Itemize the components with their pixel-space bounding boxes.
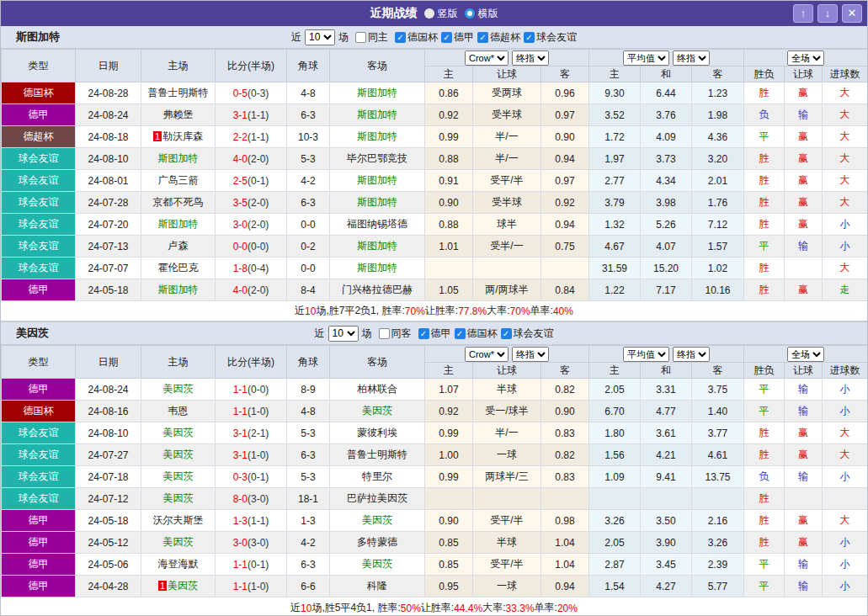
away-team: 蒙彼利埃: [357, 427, 397, 438]
match-date: 24-08-16: [76, 401, 141, 422]
league-badge: 德国杯: [2, 401, 76, 422]
corner-score: 0-0: [287, 214, 330, 236]
result-handicap: 赢: [785, 126, 823, 148]
home-team: 海登海默: [158, 558, 199, 570]
scroll-down-button[interactable]: ↓: [817, 4, 838, 23]
avg-time-select[interactable]: 终指: [673, 347, 710, 362]
same-venue-label: 同客: [391, 327, 412, 341]
summary-text: 大率:: [482, 601, 505, 615]
avg-draw-odds: 3.90: [641, 532, 692, 554]
same-venue-filter[interactable]: 同客: [379, 327, 412, 341]
score-cell: 8-0(3-0): [216, 488, 287, 510]
fulltime-score: 3-1: [233, 449, 248, 461]
league-filter-label: 德国杯: [467, 327, 498, 341]
checkbox-checked-icon[interactable]: ✓: [477, 32, 488, 43]
league-badge: 德甲: [2, 104, 76, 126]
home-team: 卢森: [168, 240, 189, 252]
match-date: 24-07-27: [76, 444, 141, 466]
home-team: 普鲁士明斯特: [148, 87, 209, 98]
league-filter[interactable]: ✓德国杯: [395, 30, 438, 45]
avg-time-select[interactable]: 终指: [673, 50, 710, 66]
match-count-select[interactable]: 10: [328, 326, 359, 342]
crown-home-odds: [425, 258, 473, 279]
checkbox-checked-icon[interactable]: ✓: [395, 32, 406, 43]
odds-company-select[interactable]: Crow*: [465, 347, 509, 362]
match-date: 24-08-24: [76, 379, 141, 401]
odds-company-select[interactable]: Crow*: [465, 50, 509, 66]
crown-home-odds: 0.99: [425, 126, 473, 148]
checkbox-checked-icon[interactable]: ✓: [501, 328, 512, 339]
checkbox-unchecked-icon[interactable]: [355, 32, 366, 43]
fulltime-score: 1-8: [233, 263, 248, 274]
result-wdl: 胜: [744, 488, 785, 510]
result-wdl: 胜: [744, 192, 785, 214]
match-row: 德甲24-04-281美因茨1-1(1-0)6-6科隆0.95一球0.941.5…: [2, 576, 868, 597]
arrow-up-icon: ↑: [801, 7, 807, 19]
vertical-layout-label: 竖版: [438, 7, 458, 21]
league-filter[interactable]: ✓德甲: [441, 30, 474, 45]
col-avg-draw: 和: [641, 66, 692, 82]
home-team: 沃尔夫斯堡: [153, 514, 204, 526]
crown-away-odds: 0.90: [541, 126, 589, 148]
league-filter[interactable]: ✓德超杯: [477, 30, 520, 45]
avg-away-odds: 4.61: [692, 444, 744, 466]
league-filter[interactable]: ✓球会友谊: [524, 30, 577, 45]
checkbox-checked-icon[interactable]: ✓: [455, 328, 466, 339]
league-filter[interactable]: ✓德国杯: [455, 327, 498, 341]
league-filter[interactable]: ✓球会友谊: [501, 327, 554, 341]
arrow-down-icon: ↓: [825, 7, 831, 19]
avg-away-odds: 13.75: [692, 466, 744, 488]
avg-odds-select[interactable]: 平均值: [623, 347, 669, 362]
home-team: 美因茨: [163, 470, 194, 482]
league-filter-label: 德甲: [431, 327, 451, 341]
fulltime-score: 3-1: [233, 427, 248, 439]
checkbox-unchecked-icon[interactable]: [379, 328, 390, 339]
scroll-up-button[interactable]: ↑: [793, 4, 813, 23]
title-bar: 近期战绩 竖版 横版 ↑ ↓ ✕: [1, 1, 867, 26]
match-date: 24-07-28: [76, 192, 141, 214]
col-home: 主场: [141, 50, 216, 82]
match-row: 球会友谊24-08-01广岛三箭2-5(0-1)4-2斯图加特0.91受平/半0…: [2, 170, 868, 192]
avg-home-odds: 1.22: [589, 279, 641, 301]
away-team: 毕尔巴鄂竞技: [347, 152, 407, 164]
score-cell: 3-0(2-0): [216, 214, 287, 236]
checkbox-checked-icon[interactable]: ✓: [418, 328, 429, 339]
fulltime-select[interactable]: 全场: [787, 347, 824, 362]
checkbox-checked-icon[interactable]: ✓: [524, 32, 535, 43]
fulltime-score: 0-3: [233, 471, 248, 483]
close-button[interactable]: ✕: [842, 4, 862, 23]
corner-score: 6-3: [287, 104, 330, 126]
home-team-cell: 卢森: [141, 236, 216, 258]
radio-checked-icon[interactable]: [465, 8, 475, 19]
crown-handicap: 两球半/三: [473, 466, 541, 488]
close-icon: ✕: [848, 7, 857, 19]
halftime-score: (1-1): [248, 131, 269, 143]
league-badge: 球会友谊: [2, 444, 76, 466]
league-filter[interactable]: ✓德甲: [418, 327, 451, 341]
result-wdl: 胜: [744, 82, 785, 104]
corner-score: 6-3: [287, 444, 330, 466]
crown-away-odds: 0.84: [541, 279, 589, 301]
match-count-select[interactable]: 10: [305, 29, 335, 45]
avg-odds-select[interactable]: 平均值: [623, 50, 669, 66]
summary-text: 大率:: [487, 304, 509, 318]
home-team-cell: 美因茨: [141, 379, 216, 401]
fulltime-select[interactable]: 全场: [787, 50, 824, 66]
checkbox-checked-icon[interactable]: ✓: [441, 32, 452, 43]
radio-unchecked-icon[interactable]: [424, 8, 434, 19]
games-label: 场: [362, 327, 372, 341]
result-handicap: 输: [785, 236, 823, 258]
vertical-layout-option[interactable]: 竖版: [424, 7, 458, 21]
halftime-score: (2-0): [248, 284, 269, 296]
halftime-score: (0-1): [248, 559, 269, 571]
score-cell: 2-2(1-1): [216, 126, 287, 148]
odds-time-select[interactable]: 终指: [512, 347, 549, 362]
crown-away-odds: 0.96: [541, 82, 589, 104]
away-team: 巴萨拉美因茨: [347, 492, 407, 504]
crown-home-odds: 0.85: [425, 532, 473, 554]
same-venue-filter[interactable]: 同主: [355, 30, 388, 45]
away-team-cell: 美因茨: [330, 554, 425, 576]
horizontal-layout-option[interactable]: 横版: [465, 7, 498, 21]
away-team-cell: 美因茨: [330, 510, 425, 532]
odds-time-select[interactable]: 终指: [512, 50, 549, 66]
